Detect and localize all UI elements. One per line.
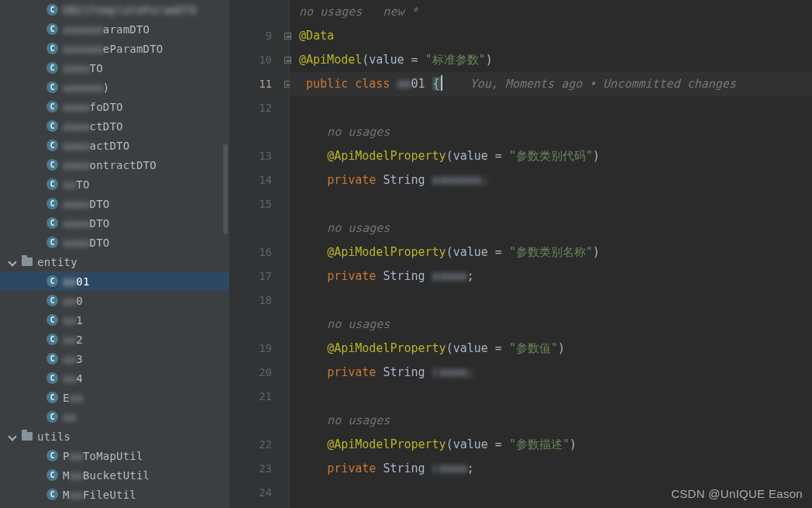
gutter-line: 10 [230,48,272,72]
tree-file-label: aaaactDTO [63,120,123,133]
gutter-line: 22 [230,433,272,457]
class-icon: C [46,392,58,403]
code-line[interactable]: no usages [299,313,812,337]
code-line[interactable]: @ApiModelProperty(value = "参数描述") [299,433,812,457]
tree-file[interactable]: Caa0 [0,291,229,310]
class-icon: C [46,295,58,306]
tree-file-label: aa2 [63,333,83,346]
code-line[interactable] [299,385,812,409]
code-line[interactable] [299,96,812,120]
class-icon: C [46,81,58,93]
tree-file[interactable]: CaaaafoDTO [0,97,229,116]
tree-file-label: aaaaDTO [63,198,109,210]
class-icon: C [46,411,58,423]
tree-file[interactable]: CaaaaDTO [0,213,229,233]
code-line[interactable]: @ApiModelProperty(value = "参数类别代码") [299,144,812,168]
code-line[interactable]: private String caaaa; [299,457,812,481]
tree-file[interactable]: CaaaaDTO [0,194,229,213]
tree-file[interactable]: CaaaaaaaramDTO [0,19,229,39]
class-icon: C [46,372,58,384]
code-area[interactable]: no usages new *@Data@ApiModel(value = "标… [290,0,812,508]
tree-file[interactable]: CPaaToMapUtil [0,446,229,465]
code-line[interactable]: no usages [299,120,812,144]
project-tree[interactable]: CDB21TemplateParamDTOCaaaaaaaramDTOCaaaa… [0,0,230,508]
tree-folder[interactable]: utils [0,427,229,446]
tree-file[interactable]: Caa2 [0,330,229,349]
gutter-line: 12 [230,96,272,120]
tree-file-label: aaaaactDTO [63,140,129,152]
class-icon: C [46,333,58,345]
gutter-line: 17 [230,264,272,289]
code-editor[interactable]: 9101112131415161718192021222324 no usage… [230,0,812,508]
gutter-line [230,120,272,144]
gutter-line: 16 [230,240,272,264]
tree-file[interactable]: Caa1 [0,310,229,330]
tree-folder-label: entity [37,256,77,268]
code-line[interactable]: private String caaaa; [299,361,812,385]
tree-folder[interactable]: entity [0,252,229,271]
gutter-line: 18 [230,289,272,313]
tree-file[interactable]: CaaaactDTO [0,116,229,136]
gutter-line [230,0,272,24]
tree-file[interactable]: CMaaFileUtil [0,485,229,504]
class-icon: C [46,217,58,229]
tree-file[interactable]: CaaaaTO [0,58,229,78]
class-icon: C [46,101,58,112]
class-icon: C [46,23,58,35]
code-line[interactable]: @ApiModelProperty(value = "参数值") [299,337,812,361]
tree-file-label: aaaaDTO [63,217,109,230]
gutter-line: 13 [230,144,272,168]
tree-file[interactable]: Caa [0,407,229,427]
gutter-line: 11 [230,72,272,96]
tree-file-label: Eaa [63,392,83,404]
gutter-line: 9 [230,24,272,48]
gutter-line [230,313,272,337]
code-line[interactable] [299,289,812,313]
tree-file[interactable]: Caaaaaa) [0,78,229,97]
tree-file[interactable]: CaaaaDTO [0,233,229,252]
tree-file[interactable]: CMaaBucketUtil [0,465,229,485]
tree-file[interactable]: CaaTO [0,175,229,194]
code-line[interactable]: private String aaaaaaa; [299,168,812,192]
tree-file[interactable]: CaaaaactDTO [0,136,229,155]
code-line[interactable]: private String aaaaa; [299,264,812,289]
class-icon: C [46,43,58,54]
class-icon: C [46,469,58,481]
class-icon: C [46,237,58,248]
folder-icon [22,257,33,266]
tree-file[interactable]: Caa4 [0,368,229,388]
tree-file-label: aaaaaa) [63,81,109,94]
code-line[interactable]: no usages [299,409,812,433]
tree-file[interactable]: Caa01 [0,271,229,291]
gutter-line [230,216,272,240]
class-icon: C [46,178,58,190]
sidebar-scrollbar[interactable] [223,144,228,234]
class-icon: C [46,353,58,365]
class-icon: C [46,198,58,209]
code-line[interactable]: @ApiModelProperty(value = "参数类别名称") [299,240,812,264]
tree-file[interactable]: CPaaeterProcessingUtil [0,504,229,508]
code-line[interactable]: @ApiModel(value = "标准参数") [299,48,812,72]
tree-file-label: aaaafoDTO [63,101,123,113]
tree-file[interactable]: CaaaaontractDTO [0,155,229,175]
tree-file[interactable]: CDB21TemplateParamDTO [0,0,229,19]
tree-file[interactable]: Caa3 [0,349,229,368]
watermark: CSDN @UnIQUE Eason [671,487,803,500]
class-icon: C [46,275,58,287]
gutter-line [230,409,272,433]
code-line[interactable]: no usages [299,216,812,240]
tree-file[interactable]: CaaaaaaeParamDTO [0,39,229,58]
chevron-down-icon [8,257,16,266]
gutter-line: 14 [230,168,272,192]
gutter-line: 20 [230,361,272,385]
class-icon: C [46,140,58,151]
gutter-line: 24 [230,481,272,505]
tree-file[interactable]: CEaa [0,388,229,407]
code-line[interactable]: no usages new * [299,0,812,24]
code-line[interactable] [299,192,812,216]
code-line[interactable]: @Data [299,24,812,48]
tree-file-label: aa1 [63,314,83,327]
tree-file-label: aa01 [63,275,90,288]
tree-file-label: aaaaTO [63,62,103,74]
tree-file-label: PaaToMapUtil [63,450,143,462]
